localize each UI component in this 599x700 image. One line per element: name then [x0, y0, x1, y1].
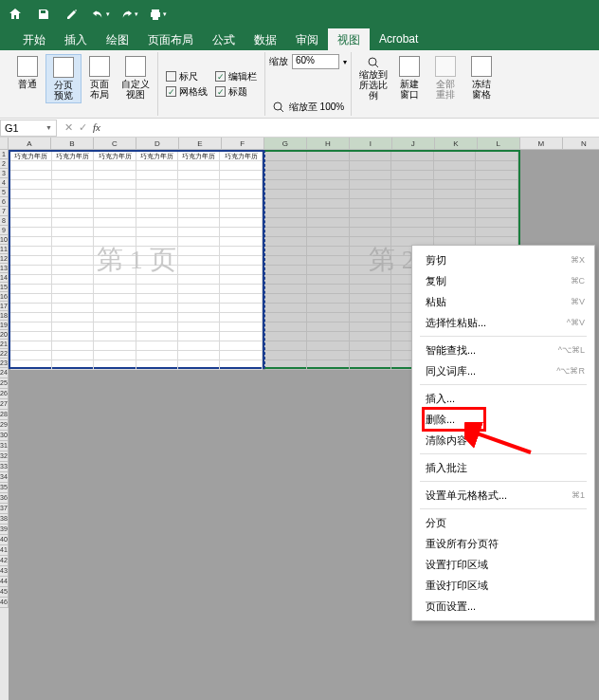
- context-menu-item[interactable]: 复制⌘C: [412, 270, 594, 291]
- cell[interactable]: [220, 304, 262, 313]
- row-header[interactable]: 42: [0, 556, 9, 566]
- row-header[interactable]: 24: [0, 368, 9, 378]
- cell[interactable]: [136, 171, 178, 180]
- tab-pagelayout[interactable]: 页面布局: [138, 28, 203, 50]
- cell[interactable]: [10, 351, 52, 360]
- cell[interactable]: [220, 171, 262, 180]
- row-header[interactable]: 31: [0, 441, 9, 451]
- cell[interactable]: [10, 161, 52, 171]
- column-header[interactable]: L: [478, 138, 520, 150]
- row-header[interactable]: 43: [0, 566, 9, 577]
- page-break-preview-button[interactable]: 分页预览: [45, 54, 82, 103]
- cell[interactable]: [136, 351, 178, 360]
- row-header[interactable]: 1: [0, 150, 9, 159]
- cell[interactable]: [265, 190, 308, 199]
- cell[interactable]: [391, 180, 434, 190]
- cell[interactable]: [136, 313, 178, 322]
- context-menu-item[interactable]: 设置打印区域: [412, 554, 594, 575]
- cell[interactable]: [220, 322, 262, 332]
- cell[interactable]: [265, 275, 308, 285]
- tab-acrobat[interactable]: Acrobat: [370, 28, 427, 50]
- tab-data[interactable]: 数据: [245, 28, 286, 50]
- select-all-corner[interactable]: [0, 138, 9, 150]
- cell[interactable]: [178, 256, 220, 266]
- cell[interactable]: [350, 304, 392, 313]
- cell[interactable]: [350, 351, 392, 360]
- cell[interactable]: [307, 313, 350, 322]
- cell[interactable]: [94, 360, 136, 370]
- cell[interactable]: [350, 322, 392, 332]
- column-header[interactable]: C: [94, 138, 136, 150]
- cell[interactable]: [94, 304, 136, 313]
- name-box[interactable]: G1▼: [0, 120, 57, 137]
- cell[interactable]: [307, 360, 350, 370]
- cell[interactable]: [94, 266, 136, 275]
- cell[interactable]: [307, 275, 350, 285]
- row-header[interactable]: 29: [0, 420, 9, 431]
- cell[interactable]: [350, 266, 392, 275]
- cell[interactable]: [136, 266, 178, 275]
- zoom-selection-button[interactable]: 缩放到所选比例: [355, 54, 391, 102]
- row-header[interactable]: 36: [0, 493, 9, 504]
- cell[interactable]: [178, 266, 220, 275]
- cell[interactable]: [391, 209, 434, 218]
- cell[interactable]: [476, 161, 518, 171]
- cell[interactable]: [136, 218, 178, 228]
- cell[interactable]: [178, 171, 220, 180]
- cell[interactable]: [52, 180, 94, 190]
- cell[interactable]: [307, 199, 350, 209]
- row-header[interactable]: 4: [0, 178, 9, 188]
- cell[interactable]: [52, 322, 94, 332]
- cell[interactable]: [136, 237, 178, 247]
- cancel-formula-icon[interactable]: ✕: [64, 121, 73, 134]
- row-header[interactable]: 9: [0, 226, 9, 235]
- cell[interactable]: [94, 294, 136, 304]
- context-menu-item[interactable]: 重设所有分页符: [412, 533, 594, 554]
- row-header[interactable]: 46: [0, 598, 9, 608]
- cell[interactable]: [265, 228, 308, 237]
- cell[interactable]: [94, 180, 136, 190]
- cell[interactable]: [178, 322, 220, 332]
- cell[interactable]: [476, 180, 518, 190]
- cell[interactable]: [220, 275, 262, 285]
- cell[interactable]: [265, 294, 308, 304]
- context-menu-item[interactable]: 剪切⌘X: [412, 249, 594, 270]
- arrange-all-button[interactable]: 全部重排: [427, 54, 463, 101]
- column-header[interactable]: G: [264, 138, 307, 150]
- cell[interactable]: [220, 180, 262, 190]
- row-header[interactable]: 19: [0, 321, 9, 330]
- cell[interactable]: [178, 275, 220, 285]
- cell[interactable]: [350, 237, 392, 247]
- cell[interactable]: [307, 256, 350, 266]
- cell[interactable]: [307, 247, 350, 256]
- row-header[interactable]: 3: [0, 169, 9, 178]
- cell[interactable]: [265, 171, 308, 180]
- row-header[interactable]: 21: [0, 340, 9, 349]
- column-header[interactable]: A: [9, 138, 51, 150]
- cell[interactable]: [10, 237, 52, 247]
- column-header[interactable]: B: [51, 138, 94, 150]
- cell[interactable]: [178, 247, 220, 256]
- cell[interactable]: [307, 294, 350, 304]
- cell[interactable]: [178, 360, 220, 370]
- cell[interactable]: [94, 171, 136, 180]
- cell[interactable]: [220, 161, 262, 171]
- tab-draw[interactable]: 绘图: [97, 28, 138, 50]
- cell[interactable]: [307, 180, 350, 190]
- context-menu-item[interactable]: 插入批注: [412, 457, 594, 478]
- cell[interactable]: [350, 180, 392, 190]
- cell[interactable]: [307, 228, 350, 237]
- page-layout-button[interactable]: 页面布局: [82, 54, 118, 101]
- cell[interactable]: [136, 161, 178, 171]
- cell[interactable]: [307, 285, 350, 294]
- cell[interactable]: [350, 313, 392, 322]
- row-header[interactable]: 22: [0, 349, 9, 359]
- row-header[interactable]: 15: [0, 283, 9, 292]
- cell[interactable]: [52, 313, 94, 322]
- cell[interactable]: [52, 351, 94, 360]
- cell[interactable]: [265, 256, 308, 266]
- cell[interactable]: [265, 237, 308, 247]
- zoom-100-button[interactable]: 缩放至 100%: [272, 101, 344, 114]
- row-header[interactable]: 26: [0, 389, 9, 399]
- cell[interactable]: [52, 304, 94, 313]
